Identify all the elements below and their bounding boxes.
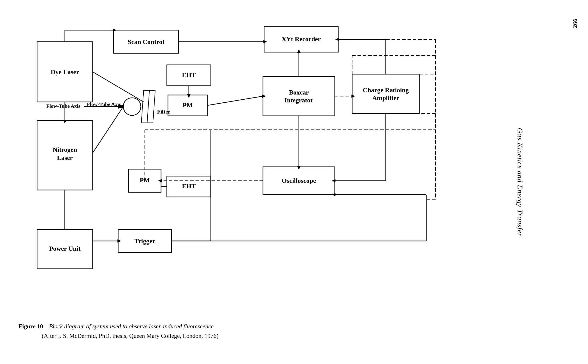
svg-marker-49 bbox=[332, 193, 336, 196]
svg-text:PM: PM bbox=[140, 176, 150, 184]
diagram: Dye Laser Nitrogen Laser Power Unit Scan… bbox=[19, 14, 528, 280]
caption-line2: (After I. S. McDermid, PhD. thesis, Quee… bbox=[19, 331, 219, 341]
svg-text:Filter: Filter bbox=[157, 109, 170, 115]
svg-point-29 bbox=[123, 98, 141, 115]
svg-marker-60 bbox=[335, 38, 339, 41]
svg-rect-9 bbox=[167, 65, 211, 86]
svg-text:Integrator: Integrator bbox=[284, 97, 313, 104]
figure-description: Block diagram of system used to observe … bbox=[49, 323, 213, 330]
svg-marker-37 bbox=[113, 28, 116, 32]
svg-text:Boxcar: Boxcar bbox=[289, 89, 309, 96]
svg-text:Trigger: Trigger bbox=[134, 238, 155, 245]
svg-rect-11 bbox=[168, 95, 207, 116]
svg-marker-39 bbox=[263, 40, 267, 43]
svg-marker-57 bbox=[297, 166, 300, 170]
figure-citation: (After I. S. McDermid, PhD. thesis, Quee… bbox=[42, 332, 219, 339]
svg-text:EHT: EHT bbox=[182, 71, 195, 78]
svg-rect-27 bbox=[263, 167, 335, 195]
svg-marker-74 bbox=[158, 179, 162, 182]
svg-line-42 bbox=[93, 107, 123, 153]
svg-text:EHT: EHT bbox=[182, 182, 195, 190]
svg-marker-30 bbox=[141, 90, 151, 123]
svg-text:Laser: Laser bbox=[57, 154, 73, 161]
svg-text:Flow-Tube Axis: Flow-Tube Axis bbox=[46, 103, 80, 109]
page-container: 266 Gas Kinetics and Energy Transfer Dye… bbox=[0, 0, 588, 364]
svg-text:Power Unit: Power Unit bbox=[49, 245, 81, 252]
svg-rect-17 bbox=[118, 229, 171, 253]
svg-marker-63 bbox=[332, 179, 336, 182]
svg-text:Dye Laser: Dye Laser bbox=[51, 68, 79, 76]
svg-rect-7 bbox=[114, 30, 178, 53]
diagram-svg: Dye Laser Nitrogen Laser Power Unit Scan… bbox=[19, 14, 528, 280]
svg-rect-19 bbox=[264, 27, 338, 52]
caption: Figure 10 Block diagram of system used t… bbox=[19, 322, 219, 341]
svg-text:Charge Ratioing: Charge Ratioing bbox=[363, 86, 409, 94]
svg-marker-53 bbox=[187, 94, 190, 98]
svg-rect-13 bbox=[129, 169, 161, 192]
svg-marker-72 bbox=[351, 95, 355, 98]
svg-text:Flow-Tube Axis: Flow-Tube Axis bbox=[87, 101, 121, 107]
caption-line1: Figure 10 Block diagram of system used t… bbox=[19, 322, 219, 331]
svg-rect-5 bbox=[37, 229, 93, 269]
svg-text:Amplifier: Amplifier bbox=[372, 94, 399, 102]
svg-text:Nitrogen: Nitrogen bbox=[53, 146, 77, 153]
svg-rect-15 bbox=[167, 176, 211, 197]
svg-marker-55 bbox=[297, 49, 300, 53]
svg-rect-2 bbox=[37, 120, 93, 190]
svg-text:XYt Recorder: XYt Recorder bbox=[282, 35, 321, 43]
figure-label: Figure 10 bbox=[19, 323, 43, 330]
svg-text:Scan Control: Scan Control bbox=[128, 38, 164, 46]
svg-text:PM: PM bbox=[183, 102, 193, 109]
svg-text:Oscilloscope: Oscilloscope bbox=[282, 177, 316, 184]
svg-marker-41 bbox=[63, 120, 66, 124]
svg-rect-24 bbox=[352, 74, 419, 114]
svg-line-64 bbox=[93, 72, 144, 102]
svg-marker-45 bbox=[117, 239, 121, 243]
svg-marker-31 bbox=[147, 90, 155, 123]
svg-line-50 bbox=[207, 96, 263, 105]
svg-marker-51 bbox=[262, 95, 266, 98]
svg-rect-0 bbox=[37, 42, 93, 102]
svg-rect-21 bbox=[263, 77, 335, 116]
page-number: 266 bbox=[571, 19, 579, 28]
